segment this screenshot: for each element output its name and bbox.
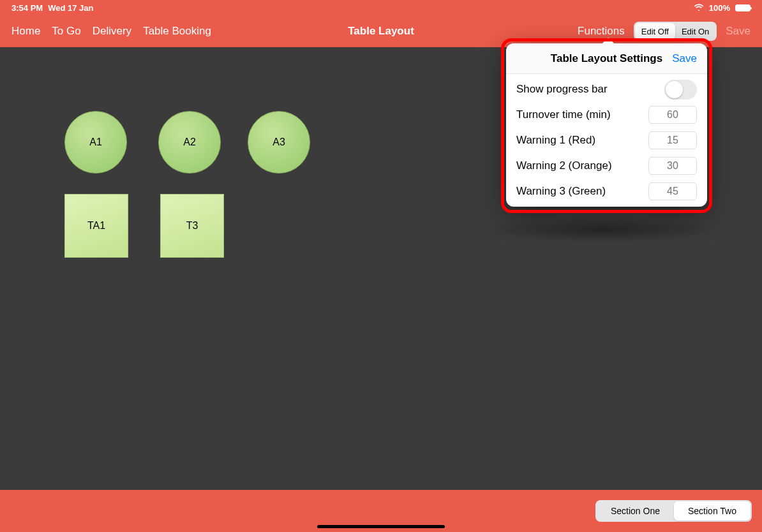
setting-input[interactable] — [648, 106, 697, 124]
battery-icon — [735, 4, 751, 11]
popover-save-button[interactable]: Save — [672, 52, 697, 65]
edit-toggle: Edit Off Edit On — [634, 22, 717, 41]
status-time: 3:54 PM — [11, 3, 43, 13]
nav-table-booking[interactable]: Table Booking — [143, 25, 211, 38]
nav-bar: Home To Go Delivery Table Booking Table … — [0, 15, 762, 47]
save-button[interactable]: Save — [726, 25, 751, 38]
progress-bar-toggle[interactable] — [664, 80, 697, 100]
setting-label: Turnover time (min) — [516, 108, 611, 121]
setting-row: Warning 1 (Red) — [506, 128, 707, 153]
battery-percent: 100% — [709, 3, 730, 13]
nav-left: Home To Go Delivery Table Booking — [11, 25, 211, 38]
nav-togo[interactable]: To Go — [52, 25, 80, 38]
nav-home[interactable]: Home — [11, 25, 40, 38]
table-square-ta1[interactable]: TA1 — [64, 194, 128, 258]
wifi-icon — [694, 3, 704, 13]
setting-label: Warning 2 (Orange) — [516, 159, 612, 172]
table-round-a1[interactable]: A1 — [64, 111, 127, 174]
popover-shadow — [485, 217, 721, 242]
home-indicator — [317, 525, 445, 528]
nav-delivery[interactable]: Delivery — [93, 25, 131, 38]
setting-label: Show progress bar — [516, 83, 608, 96]
setting-row: Warning 2 (Orange) — [506, 153, 707, 179]
settings-popover: Table Layout Settings Save Show progress… — [506, 43, 707, 207]
setting-input[interactable] — [648, 157, 697, 175]
section-selector: Section OneSection Two — [595, 500, 752, 522]
page-title: Table Layout — [348, 25, 414, 38]
popover-header: Table Layout Settings Save — [506, 43, 707, 74]
status-bar: 3:54 PM Wed 17 Jan 100% — [0, 0, 762, 15]
setting-label: Warning 3 (Green) — [516, 185, 606, 198]
table-round-a3[interactable]: A3 — [248, 111, 310, 174]
status-date: Wed 17 Jan — [48, 3, 93, 13]
setting-row: Show progress bar — [506, 77, 707, 102]
edit-off-button[interactable]: Edit Off — [635, 23, 675, 40]
setting-row: Warning 3 (Green) — [506, 179, 707, 204]
edit-on-button[interactable]: Edit On — [675, 23, 715, 40]
setting-input[interactable] — [648, 182, 697, 200]
section-tab[interactable]: Section Two — [674, 501, 751, 521]
setting-label: Warning 1 (Red) — [516, 134, 595, 147]
bottom-bar: Section OneSection Two — [0, 490, 762, 532]
section-tab[interactable]: Section One — [597, 501, 674, 521]
setting-row: Turnover time (min) — [506, 102, 707, 128]
setting-input[interactable] — [648, 131, 697, 149]
table-square-t3[interactable]: T3 — [160, 194, 224, 258]
popover-title: Table Layout Settings — [551, 52, 662, 65]
table-round-a2[interactable]: A2 — [158, 111, 221, 174]
functions-button[interactable]: Functions — [578, 25, 625, 38]
